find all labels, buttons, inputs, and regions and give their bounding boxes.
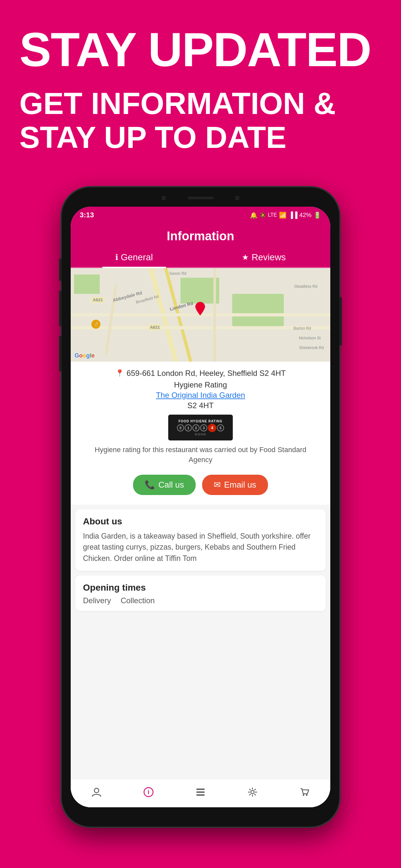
alarm-icon: 🔔: [250, 212, 258, 219]
tab-reviews-label: Reviews: [251, 252, 286, 262]
map-label-saxon: Saxon Rd: [169, 271, 187, 276]
lte-icon: LTE: [268, 212, 277, 218]
info-section: 📍 659-661 London Rd, Heeley, Sheffield S…: [71, 362, 330, 505]
tabs-row: ℹ General ★ Reviews: [71, 249, 330, 268]
profile-nav-icon: [91, 786, 102, 800]
call-label: Call us: [158, 480, 184, 490]
hero-title: STAY UPDATED: [19, 26, 382, 73]
hygiene-num-3: 3: [200, 424, 207, 431]
star-tab-icon: ★: [242, 253, 249, 262]
settings-nav-icon: [247, 786, 258, 800]
app-header: Information ℹ General ★ Reviews: [71, 223, 330, 268]
nav-settings[interactable]: [226, 779, 278, 807]
signal-icon: ▐▐: [289, 212, 297, 219]
map-green-3: [74, 275, 100, 294]
email-label: Email us: [224, 480, 256, 490]
google-logo: Google: [74, 352, 95, 359]
map-pin: [195, 302, 205, 315]
battery-text: 42%: [299, 212, 312, 219]
phone-screen: 3:13 🔔 🔕 LTE 📶 ▐▐ 42% 🔋 Information ℹ: [71, 207, 330, 807]
opening-title: Opening times: [83, 583, 318, 593]
status-bar: 3:13 🔔 🔕 LTE 📶 ▐▐ 42% 🔋: [71, 207, 330, 223]
status-icons: 🔔 🔕 LTE 📶 ▐▐ 42% 🔋: [250, 212, 321, 219]
tab-reviews[interactable]: ★ Reviews: [229, 249, 299, 267]
map-road-v2: [213, 268, 216, 362]
hygiene-num-2: 2: [192, 424, 199, 431]
phone-icon: 📞: [145, 480, 155, 490]
volume-button-1: [59, 258, 62, 281]
svg-rect-5: [196, 792, 205, 793]
delivery-tab[interactable]: Delivery: [83, 596, 111, 607]
tab-general[interactable]: ℹ General: [102, 249, 166, 267]
hygiene-badge-title: FOOD HYGIENE RATING: [179, 420, 222, 423]
scroll-content[interactable]: 📍 659-661 London Rd, Heeley, Sheffield S…: [71, 362, 330, 795]
about-text: India Garden, is a takeaway based in She…: [83, 531, 318, 564]
hygiene-numbers: 0 1 2 3 4 5: [177, 424, 224, 432]
action-buttons: 📞 Call us ✉ Email us: [80, 469, 321, 501]
svg-point-1: [94, 788, 99, 793]
map-label-gleadless: Gleadless Rd: [294, 284, 317, 289]
info-nav-icon: i: [143, 786, 154, 800]
svg-text:i: i: [148, 789, 150, 795]
svg-point-9: [306, 794, 307, 796]
bottom-nav: i: [71, 779, 330, 807]
opening-times-card: Opening times Delivery Collection: [75, 576, 326, 611]
bottom-spacer: [71, 611, 330, 617]
phone-body: 3:13 🔔 🔕 LTE 📶 ▐▐ 42% 🔋 Information ℹ: [62, 187, 339, 827]
map-section[interactable]: Abbeydale Rd Broadfield Rd London Rd Bar…: [71, 268, 330, 362]
address-text: 659-661 London Rd, Heeley, Sheffield S2 …: [127, 369, 286, 378]
volume-button-2: [59, 290, 62, 326]
hero-subtitle: GET INFORMATION & STAY UP TO DATE: [19, 87, 382, 154]
phone-mockup: 3:13 🔔 🔕 LTE 📶 ▐▐ 42% 🔋 Information ℹ: [62, 187, 339, 827]
hero-section: STAY UPDATED GET INFORMATION & STAY UP T…: [0, 26, 401, 154]
hygiene-rating-image: FOOD HYGIENE RATING 0 1 2 3 4 5 GOOD: [168, 414, 233, 440]
hygiene-label: Hygiene Rating: [80, 380, 321, 390]
header-title: Information: [71, 229, 330, 249]
location-pin-icon: 📍: [115, 369, 124, 377]
menu-nav-icon: [195, 786, 206, 800]
map-green-2: [232, 294, 284, 326]
hygiene-num-5: 5: [217, 424, 224, 431]
hygiene-badge: FOOD HYGIENE RATING 0 1 2 3 4 5 GOOD: [80, 414, 321, 440]
svg-point-7: [251, 790, 254, 794]
hygiene-num-0: 0: [177, 424, 184, 431]
mute-icon: 🔕: [259, 212, 266, 218]
sensor: [235, 196, 239, 200]
about-title: About us: [83, 516, 318, 527]
postcode-text: S2 4HT: [80, 401, 321, 410]
info-tab-icon: ℹ: [115, 253, 118, 262]
map-label-a621: A621: [149, 324, 161, 330]
address-row: 📍 659-661 London Rd, Heeley, Sheffield S…: [80, 369, 321, 378]
collection-tab[interactable]: Collection: [121, 596, 155, 607]
restaurant-link[interactable]: The Original India Garden: [80, 391, 321, 400]
wifi-icon: 📶: [279, 212, 287, 219]
map-label-a621-2: A621: [91, 297, 104, 303]
nav-info[interactable]: i: [123, 779, 175, 807]
battery-icon: 🔋: [313, 212, 321, 219]
email-button[interactable]: ✉ Email us: [202, 475, 268, 495]
hygiene-good-label: GOOD: [195, 433, 206, 436]
status-time: 3:13: [80, 211, 94, 219]
svg-rect-6: [196, 795, 205, 796]
nav-cart[interactable]: [278, 779, 330, 807]
hygiene-note: Hygiene rating for this restaurant was c…: [86, 445, 315, 465]
map-label-shirebrook: Shirebrook Rd: [299, 345, 324, 350]
map-road-v1: [104, 284, 117, 355]
phone-notch: [152, 194, 249, 202]
svg-point-0: [198, 305, 202, 309]
call-button[interactable]: 📞 Call us: [133, 475, 195, 495]
map-canvas: Abbeydale Rd Broadfield Rd London Rd Bar…: [71, 268, 330, 362]
hygiene-num-1: 1: [185, 424, 192, 431]
svg-rect-4: [196, 788, 205, 790]
front-camera: [162, 196, 166, 200]
svg-point-8: [303, 794, 304, 796]
power-button: [339, 297, 342, 345]
nav-profile[interactable]: [71, 779, 123, 807]
about-card: About us India Garden, is a takeaway bas…: [75, 509, 326, 571]
tab-general-label: General: [121, 252, 153, 262]
opening-tabs: Delivery Collection: [83, 596, 318, 607]
nav-menu[interactable]: [175, 779, 227, 807]
speaker: [188, 197, 213, 199]
volume-button-3: [59, 336, 62, 371]
map-label-barton: Barton Rd: [294, 326, 311, 331]
